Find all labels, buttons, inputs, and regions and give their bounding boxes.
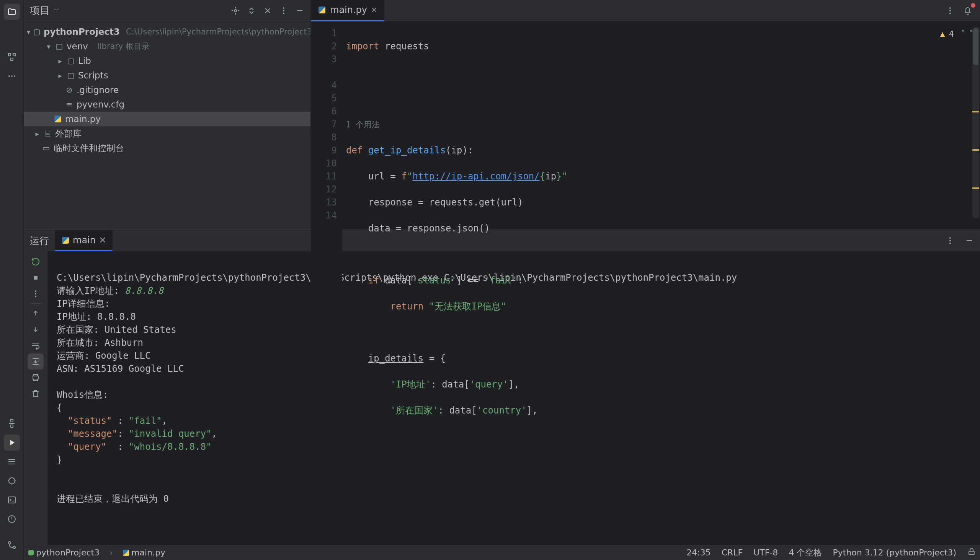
collapse-icon[interactable] <box>261 4 274 18</box>
indent-setting[interactable]: 4 个空格 <box>789 547 822 558</box>
scrollbar-thumb[interactable] <box>973 28 978 65</box>
run-title: 运行 <box>30 235 49 247</box>
print-icon[interactable] <box>28 370 43 385</box>
interpreter[interactable]: Python 3.12 (pythonProject3) <box>833 548 956 557</box>
code[interactable]: import requests 1 个用法 def get_ip_details… <box>342 22 980 443</box>
ignore-icon: ⊘ <box>65 85 74 95</box>
svg-point-16 <box>949 10 951 12</box>
svg-point-9 <box>8 542 11 544</box>
python-file-icon <box>123 550 129 556</box>
svg-point-3 <box>8 75 10 77</box>
run-tab-main[interactable]: main ✕ <box>55 230 112 251</box>
folder-icon: ▢ <box>55 42 64 51</box>
run-tool-icon[interactable] <box>4 435 20 451</box>
tree-scratches[interactable]: ▭ 临时文件和控制台 <box>24 141 311 155</box>
svg-point-5 <box>14 75 15 77</box>
minimize-pane-icon[interactable] <box>293 4 307 18</box>
warning-icon: ▲ <box>940 28 945 40</box>
lock-icon[interactable] <box>967 547 976 558</box>
folder-icon: ▢ <box>67 71 75 80</box>
editor: main.py ✕ 1 2 3 4 5 <box>311 0 980 230</box>
vcs-icon[interactable] <box>4 537 20 553</box>
scroll-to-end-icon[interactable] <box>28 353 43 370</box>
tab-main-py[interactable]: main.py ✕ <box>311 0 385 22</box>
svg-point-13 <box>283 10 284 12</box>
folder-icon: ▢ <box>33 27 40 36</box>
svg-point-15 <box>949 7 951 9</box>
problems-icon[interactable] <box>4 511 20 527</box>
status-file[interactable]: main.py <box>123 548 166 557</box>
inspections-widget[interactable]: ▲ 4 ˄ ˅ <box>940 28 973 40</box>
status-project[interactable]: pythonProject3 <box>36 548 100 557</box>
editor-body[interactable]: 1 2 3 4 5 6 7 8 9 10 11 12 13 1 <box>311 22 980 443</box>
project-status-icon <box>28 550 34 555</box>
svg-point-14 <box>283 13 284 14</box>
svg-point-10 <box>13 546 15 548</box>
tree-ext-libs[interactable]: ▸ ⌸ 外部库 <box>24 126 311 141</box>
editor-scrollbar[interactable] <box>972 27 979 218</box>
up-icon[interactable] <box>28 305 43 321</box>
tree-venv[interactable]: ▾ ▢ venv library 根目录 <box>24 39 311 53</box>
terminal-icon[interactable] <box>4 492 20 508</box>
svg-rect-25 <box>33 376 38 379</box>
debug-icon[interactable] <box>4 473 20 489</box>
notifications-icon[interactable] <box>961 4 975 18</box>
caret-position[interactable]: 24:35 <box>686 548 711 557</box>
tree-lib[interactable]: ▸ ▢ Lib <box>24 53 311 68</box>
locate-icon[interactable] <box>229 4 242 18</box>
rerun-icon[interactable] <box>28 253 43 270</box>
python-console-icon[interactable] <box>4 415 20 432</box>
project-pane: 项目 ﹀ ▾ ▢ pythonProject3 <box>24 0 311 230</box>
svg-point-24 <box>35 296 36 297</box>
svg-point-11 <box>234 10 237 12</box>
close-icon[interactable]: ✕ <box>99 235 106 245</box>
line-gutter: 1 2 3 4 5 6 7 8 9 10 11 12 13 1 <box>311 22 342 443</box>
line-separator[interactable]: CRLF <box>722 548 743 557</box>
editor-tab-bar: main.py ✕ <box>311 0 980 22</box>
more-icon[interactable] <box>4 68 20 84</box>
soft-wrap-icon[interactable] <box>28 337 43 353</box>
tab-label: main.py <box>330 5 367 15</box>
close-icon[interactable]: ✕ <box>371 5 378 15</box>
down-icon[interactable] <box>28 321 43 337</box>
structure-icon[interactable] <box>4 49 20 65</box>
kebab-icon[interactable] <box>277 4 291 18</box>
expand-icon[interactable] <box>245 4 258 18</box>
svg-point-12 <box>283 7 284 9</box>
svg-rect-26 <box>969 551 974 555</box>
svg-rect-0 <box>8 53 11 56</box>
svg-rect-7 <box>8 497 15 503</box>
python-file-icon <box>54 115 62 122</box>
status-bar: pythonProject3 › main.py 24:35 CRLF UTF-… <box>24 545 980 560</box>
chevron-up-icon[interactable]: ˄ <box>958 28 965 40</box>
svg-rect-1 <box>13 53 15 56</box>
chevron-right-icon: › <box>106 548 116 557</box>
tree-root[interactable]: ▾ ▢ pythonProject3 C:\Users\lipin\Pychar… <box>24 25 311 39</box>
project-tool-icon[interactable] <box>4 4 20 20</box>
file-icon: ≡ <box>65 100 74 109</box>
trash-icon[interactable] <box>28 385 43 402</box>
svg-point-23 <box>35 293 36 295</box>
scratch-icon: ▭ <box>42 143 50 153</box>
tree-main-py[interactable]: main.py <box>24 112 311 126</box>
svg-rect-21 <box>34 276 37 280</box>
folder-icon: ▢ <box>67 56 75 65</box>
library-icon: ⌸ <box>43 129 52 138</box>
project-header: 项目 ﹀ <box>24 0 311 22</box>
project-tree[interactable]: ▾ ▢ pythonProject3 C:\Users\lipin\Pychar… <box>24 22 311 230</box>
tree-scripts[interactable]: ▸ ▢ Scripts <box>24 68 311 83</box>
python-file-icon <box>61 237 70 244</box>
kebab-icon[interactable] <box>28 286 43 302</box>
tree-gitignore[interactable]: ⊘ .gitignore <box>24 83 311 97</box>
services-icon[interactable] <box>4 454 20 470</box>
svg-point-4 <box>11 75 13 77</box>
svg-rect-2 <box>11 58 13 60</box>
kebab-icon[interactable] <box>943 4 957 18</box>
stop-icon[interactable] <box>28 270 43 286</box>
file-encoding[interactable]: UTF-8 <box>753 548 778 557</box>
tree-pyvenv[interactable]: ≡ pyvenv.cfg <box>24 97 311 112</box>
svg-point-22 <box>35 290 36 292</box>
svg-point-17 <box>949 13 951 14</box>
svg-point-6 <box>9 478 15 484</box>
python-file-icon <box>318 7 326 13</box>
